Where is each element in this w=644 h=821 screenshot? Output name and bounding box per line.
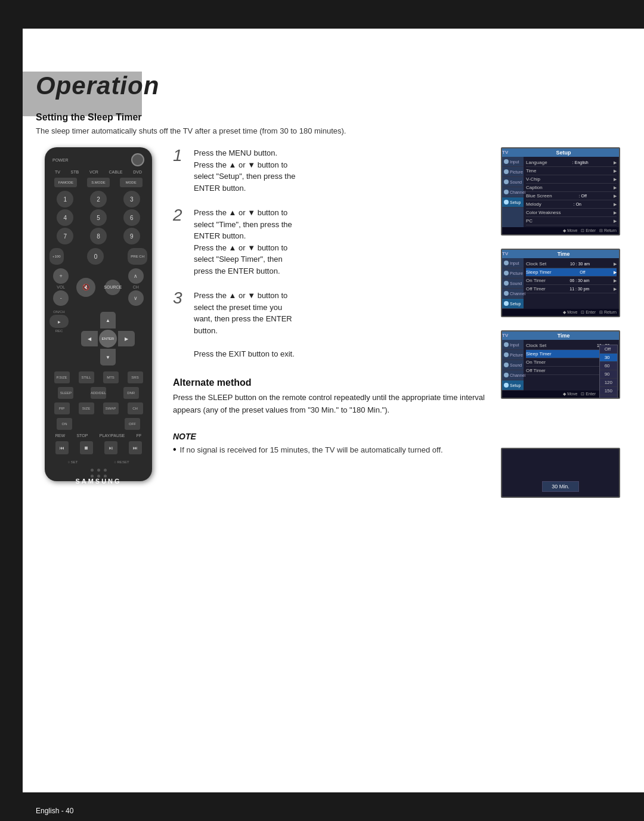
special-btn-row: +100 0 PRE CH bbox=[49, 248, 147, 265]
power-button[interactable] bbox=[131, 153, 144, 166]
num-6[interactable]: 6 bbox=[123, 209, 140, 226]
set-reset-row: ○ SET ○ RESET bbox=[49, 460, 147, 464]
sidebar3-sound: Sound bbox=[502, 360, 524, 370]
left-border bbox=[0, 0, 23, 821]
step-1: 1 Press the MENU button. Press the ▲ or … bbox=[173, 147, 501, 194]
sidebar2-input: Input bbox=[502, 258, 524, 268]
vol-up[interactable]: + bbox=[53, 268, 69, 284]
remote-brand: SAMSUNG bbox=[75, 478, 121, 485]
num-9[interactable]: 9 bbox=[123, 228, 140, 244]
play-button[interactable]: ⏯ bbox=[104, 441, 117, 454]
smode-button[interactable]: S.MODE bbox=[87, 178, 110, 187]
on-button[interactable]: ON bbox=[57, 418, 72, 430]
tv-sidebar-2: Input Picture Sound Channel Setup bbox=[502, 258, 524, 309]
dpad-down[interactable]: ▼ bbox=[100, 349, 116, 365]
note-bullet: • If no signal is received for 15 minute… bbox=[173, 444, 501, 456]
dropdown-60[interactable]: 60 bbox=[600, 362, 617, 370]
sidebar3-setup: Setup bbox=[502, 380, 524, 391]
vol-ch-row: + VOL - 🔇 SOURCE ∧ CH ∨ bbox=[49, 268, 147, 306]
tv-menu-2: Clock Set10 : 30 am▶ Sleep TimerOff▶ On … bbox=[524, 258, 619, 309]
enter-button[interactable]: ENTER bbox=[99, 330, 117, 348]
menu2-offtimer: Off Timer11 : 30 pm▶ bbox=[526, 285, 617, 293]
transport-row: REW STOP PLAY/PAUSE FF bbox=[49, 433, 147, 438]
onch-button[interactable]: ▶ bbox=[49, 315, 69, 328]
still-button[interactable]: STILL bbox=[79, 371, 94, 383]
sleep-button[interactable]: SLEEP bbox=[58, 387, 73, 399]
num-0[interactable]: 0 bbox=[87, 248, 104, 265]
tv-screens-column: TV Setup Input Picture Sound bbox=[501, 147, 626, 498]
stop-button[interactable]: ⏹ bbox=[80, 441, 93, 454]
source-button[interactable]: SOURCE bbox=[105, 280, 120, 295]
dropdown-180[interactable]: 180 bbox=[600, 395, 617, 399]
sidebar2-setup: Setup bbox=[502, 299, 524, 309]
small-btn-row: P.SIZE STILL MTS SRS bbox=[49, 371, 147, 383]
bottom-bar bbox=[0, 792, 644, 821]
tv-screen-3-title: Time bbox=[558, 333, 570, 339]
menu2-sleep: Sleep TimerOff▶ bbox=[526, 268, 617, 277]
sidebar-channel: Channel bbox=[502, 187, 524, 197]
tv-footer-1: ◆ Move⊡ Enter⊟ Return bbox=[502, 227, 619, 234]
menu-melody: Melody: On▶ bbox=[526, 200, 617, 209]
menu-vchip: V-Chip▶ bbox=[526, 175, 617, 184]
num-4[interactable]: 4 bbox=[57, 209, 73, 226]
tv-screen-2-title: Time bbox=[558, 251, 570, 257]
dpad-left[interactable]: ◀ bbox=[81, 331, 98, 346]
sidebar2-channel: Channel bbox=[502, 289, 524, 299]
source-bar: TV STB VCR CABLE DVD bbox=[49, 170, 147, 174]
pip-button[interactable]: PIP bbox=[54, 402, 70, 414]
num-8[interactable]: 8 bbox=[90, 228, 107, 244]
plus100-button[interactable]: +100 bbox=[49, 248, 64, 265]
dropdown-150[interactable]: 150 bbox=[600, 387, 617, 395]
size-button[interactable]: SIZE bbox=[79, 402, 94, 414]
psize-button[interactable]: P.SIZE bbox=[54, 371, 70, 383]
menu2-ontimer: On Timer06 : 30 am▶ bbox=[526, 277, 617, 285]
menu-bluescreen: Blue Screen: Off▶ bbox=[526, 192, 617, 200]
famode-button[interactable]: FAMODE bbox=[54, 178, 77, 187]
dpad-right[interactable]: ▶ bbox=[118, 331, 135, 346]
source-stb: STB bbox=[71, 170, 79, 174]
mute-button[interactable]: 🔇 bbox=[76, 278, 95, 297]
vol-down[interactable]: - bbox=[53, 290, 69, 306]
main-content: Operation Setting the Sleep Timer The sl… bbox=[36, 30, 626, 498]
rew-label: REW bbox=[55, 433, 65, 438]
ch-btn[interactable]: CH bbox=[128, 402, 143, 414]
dpad-up[interactable]: ▲ bbox=[100, 312, 116, 329]
section-heading: Setting the Sleep Timer bbox=[36, 112, 626, 123]
alternate-screen-container: 30 Min. bbox=[501, 448, 626, 498]
num-5[interactable]: 5 bbox=[90, 209, 107, 226]
dropdown-120[interactable]: 120 bbox=[600, 379, 617, 387]
alternate-tv-screen: 30 Min. bbox=[501, 448, 620, 498]
vol-block: + VOL - bbox=[53, 268, 69, 306]
num-7[interactable]: 7 bbox=[57, 228, 73, 244]
bullet-symbol: • bbox=[173, 444, 177, 455]
tv-footer-2: ◆ Move⊡ Enter⊟ Return bbox=[502, 309, 619, 316]
ch-up[interactable]: ∧ bbox=[128, 268, 144, 284]
alternate-heading: Alternate method bbox=[173, 377, 501, 388]
ff-button[interactable]: ⏭ bbox=[129, 441, 142, 454]
ch-down[interactable]: ∨ bbox=[128, 290, 144, 306]
mts-button[interactable]: MTS bbox=[103, 371, 119, 383]
menu-language: Language: English▶ bbox=[526, 159, 617, 167]
off-button[interactable]: OFF bbox=[125, 418, 140, 430]
num-1[interactable]: 1 bbox=[57, 191, 73, 207]
tv-screen-3: TV Time Input Picture Sound bbox=[501, 330, 620, 399]
steps-column: 1 Press the MENU button. Press the ▲ or … bbox=[173, 147, 501, 498]
mode-button[interactable]: MODE bbox=[120, 178, 143, 187]
dropdown-90[interactable]: 90 bbox=[600, 370, 617, 379]
num-2[interactable]: 2 bbox=[90, 191, 107, 207]
alternate-section: Alternate method Press the SLEEP button … bbox=[173, 377, 501, 417]
source-cable: CABLE bbox=[109, 170, 123, 174]
adddel-button[interactable]: ADD/DEL bbox=[91, 387, 106, 399]
swap-button[interactable]: SWAP bbox=[103, 402, 119, 414]
srs-button[interactable]: SRS bbox=[128, 371, 143, 383]
dropdown-30[interactable]: 30 bbox=[600, 354, 617, 362]
num-3[interactable]: 3 bbox=[123, 191, 140, 207]
rew-button[interactable]: ⏮ bbox=[55, 441, 69, 454]
spacer bbox=[86, 418, 110, 430]
dnn-button[interactable]: DNR bbox=[123, 387, 139, 399]
dropdown-off[interactable]: Off bbox=[600, 345, 617, 354]
sidebar3-picture: Picture bbox=[502, 350, 524, 360]
prech-button[interactable]: PRE CH bbox=[128, 248, 147, 265]
sidebar3-input: Input bbox=[502, 340, 524, 350]
source-vcr: VCR bbox=[89, 170, 98, 174]
